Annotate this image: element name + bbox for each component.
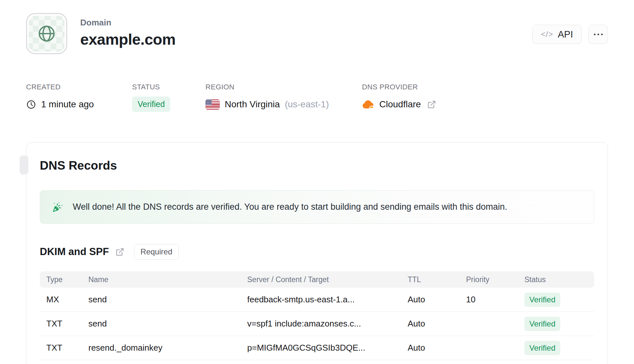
record-content[interactable]: p=MIGfMA0GCSqGSIb3DQE... <box>247 343 408 353</box>
meta-region: REGION North Virginia (us-east-1) <box>205 83 329 110</box>
table-row: MX send feedback-smtp.us-east-1.a... Aut… <box>40 288 594 312</box>
status-label: STATUS <box>132 83 170 91</box>
cloudflare-icon <box>362 100 374 109</box>
dns-provider-value[interactable]: Cloudflare <box>362 99 436 110</box>
record-status-badge: Verified <box>524 293 560 307</box>
external-link-icon[interactable] <box>427 100 436 109</box>
column-header-type: Type <box>46 275 88 284</box>
record-type: TXT <box>46 343 88 353</box>
page-header: Domain example.com </> API <box>0 0 634 54</box>
record-ttl: Auto <box>408 295 466 305</box>
clock-icon <box>26 99 36 110</box>
header-actions: </> API <box>532 25 608 44</box>
record-ttl: Auto <box>408 319 466 329</box>
meta-dns-provider: DNS PROVIDER Cloudflare <box>362 83 436 110</box>
created-value: 1 minute ago <box>26 99 94 110</box>
more-options-button[interactable] <box>588 25 608 44</box>
dns-records-table: Type Name Server / Content / Target TTL … <box>40 271 594 360</box>
column-header-priority: Priority <box>466 275 524 284</box>
meta-status: STATUS Verified <box>132 83 170 112</box>
record-name: send <box>88 295 247 305</box>
party-popper-icon <box>53 202 63 212</box>
us-flag-icon <box>205 99 220 110</box>
success-banner: Well done! All the DNS records are verif… <box>40 190 594 224</box>
dns-provider-name: Cloudflare <box>379 99 421 110</box>
domain-avatar <box>26 13 67 54</box>
title-block: Domain example.com <box>80 13 175 48</box>
record-content[interactable]: v=spf1 include:amazonses.c... <box>247 319 408 329</box>
external-link-icon[interactable] <box>115 248 124 256</box>
api-button-label: API <box>558 29 573 40</box>
success-banner-text: Well done! All the DNS records are verif… <box>73 202 507 212</box>
dns-records-title: DNS Records <box>40 159 594 173</box>
table-header-row: Type Name Server / Content / Target TTL … <box>40 271 594 288</box>
region-name: North Virginia <box>225 99 280 110</box>
record-type: MX <box>46 295 88 305</box>
page-title: example.com <box>80 30 175 48</box>
record-ttl: Auto <box>408 343 466 353</box>
table-row: TXT send v=spf1 include:amazonses.c... A… <box>40 312 594 336</box>
created-text: 1 minute ago <box>41 99 94 110</box>
column-header-content: Server / Content / Target <box>247 275 408 284</box>
column-header-ttl: TTL <box>408 275 466 284</box>
record-name: resend._domainkey <box>88 343 247 353</box>
record-status-badge: Verified <box>524 317 560 331</box>
domain-meta: CREATED 1 minute ago STATUS Verified REG… <box>26 83 608 117</box>
dkim-section-header: DKIM and SPF Required <box>40 244 594 260</box>
dns-provider-label: DNS PROVIDER <box>362 83 436 91</box>
record-name: send <box>88 319 247 329</box>
region-value: North Virginia (us-east-1) <box>205 99 329 110</box>
status-badge: Verified <box>132 97 170 112</box>
code-icon: </> <box>541 30 553 39</box>
ellipsis-icon <box>594 34 596 35</box>
record-content[interactable]: feedback-smtp.us-east-1.a... <box>247 295 408 305</box>
table-row: TXT resend._domainkey p=MIGfMA0GCSqGSIb3… <box>40 336 594 360</box>
dkim-title: DKIM and SPF <box>40 246 109 258</box>
required-badge: Required <box>134 244 179 260</box>
record-status-badge: Verified <box>524 341 560 355</box>
created-label: CREATED <box>26 83 94 91</box>
domain-detail-page: Domain example.com </> API CREATED 1 min… <box>0 0 634 364</box>
record-priority: 10 <box>466 295 524 305</box>
record-type: TXT <box>46 319 88 329</box>
region-code: (us-east-1) <box>285 99 329 110</box>
region-label: REGION <box>205 83 329 91</box>
column-header-name: Name <box>88 275 247 284</box>
api-button[interactable]: </> API <box>532 25 582 44</box>
card-side-tab <box>20 156 28 174</box>
globe-icon <box>37 24 56 43</box>
column-header-status: Status <box>524 275 594 284</box>
dns-records-card: DNS Records Well done! All the DNS recor… <box>26 142 608 364</box>
meta-created: CREATED 1 minute ago <box>26 83 94 110</box>
domain-identity: Domain example.com <box>26 13 175 54</box>
entity-type-label: Domain <box>80 18 175 28</box>
